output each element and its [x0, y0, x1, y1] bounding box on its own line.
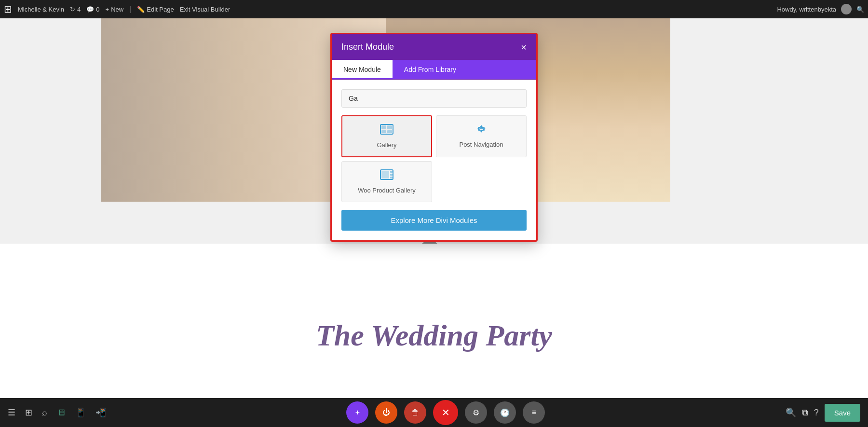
svg-rect-7 — [390, 171, 393, 173]
toolbar-right: 🔍 ⧉ ? Save — [786, 404, 860, 422]
svg-rect-4 — [387, 130, 392, 133]
dialog-header: Insert Module × — [332, 34, 536, 60]
svg-rect-6 — [381, 171, 389, 179]
settings-button[interactable]: ⚙ — [465, 401, 487, 424]
desktop-icon[interactable]: 🖥 — [57, 408, 66, 418]
exit-builder-link[interactable]: Exit Visual Builder — [180, 6, 231, 13]
post-navigation-label: Post Navigation — [459, 141, 503, 148]
updates-count[interactable]: ↻ 4 — [70, 6, 81, 13]
search-icon[interactable]: 🔍 — [856, 6, 864, 13]
edit-page-link[interactable]: ✏️ Edit Page — [137, 6, 174, 13]
svg-rect-2 — [387, 125, 392, 129]
search-right-icon[interactable]: 🔍 — [786, 407, 796, 418]
module-item-gallery[interactable]: Gallery — [341, 115, 432, 157]
admin-bar: ⊞ Michelle & Kevin ↻ 4 💬 0 + New | ✏️ Ed… — [0, 0, 868, 18]
delete-button[interactable]: 🗑 — [404, 401, 426, 424]
gallery-label: Gallery — [377, 141, 396, 149]
add-section-button[interactable]: + — [346, 401, 368, 424]
comments-count[interactable]: 💬 0 — [86, 6, 99, 13]
insert-module-dialog: Insert Module × New Module Add From Libr… — [330, 33, 538, 242]
howdy-text: Howdy, writtenbyekta — [777, 6, 836, 13]
dialog-overlay: Insert Module × New Module Add From Libr… — [0, 18, 868, 427]
module-item-woo-product-gallery[interactable]: Woo Product Gallery — [341, 161, 432, 202]
new-button[interactable]: + New — [106, 6, 124, 13]
modules-grid: Gallery Post Navigation — [341, 115, 527, 202]
mobile-icon[interactable]: 📲 — [95, 407, 106, 418]
dialog-close-button[interactable]: × — [521, 42, 527, 52]
toolbar-center: + ⏻ 🗑 ✕ ⚙ 🕐 ≡ — [106, 400, 786, 425]
tab-add-from-library[interactable]: Add From Library — [393, 60, 468, 79]
dialog-tabs: New Module Add From Library — [332, 60, 536, 80]
dialog-title: Insert Module — [341, 42, 394, 52]
woo-product-gallery-label: Woo Product Gallery — [358, 187, 416, 194]
save-button[interactable]: Save — [825, 404, 860, 422]
toolbar-left: ☰ ⊞ ⌕ 🖥 📱 📲 — [8, 407, 106, 418]
post-navigation-icon — [475, 124, 488, 137]
wp-logo-icon[interactable]: ⊞ — [4, 3, 12, 15]
tab-new-module[interactable]: New Module — [332, 60, 393, 79]
module-search-input[interactable] — [341, 89, 527, 108]
svg-rect-8 — [390, 174, 393, 176]
site-name[interactable]: Michelle & Kevin — [18, 6, 64, 13]
svg-rect-3 — [381, 130, 386, 133]
user-avatar[interactable] — [841, 4, 852, 14]
gallery-icon — [380, 124, 393, 138]
layers-icon[interactable]: ⧉ — [802, 408, 808, 418]
svg-rect-9 — [390, 177, 393, 179]
grid-icon[interactable]: ⊞ — [25, 407, 32, 418]
woo-product-gallery-icon — [380, 169, 393, 183]
module-item-post-navigation[interactable]: Post Navigation — [436, 115, 527, 157]
tablet-icon[interactable]: 📱 — [75, 407, 86, 418]
wireframe-button[interactable]: ≡ — [523, 401, 545, 424]
power-button[interactable]: ⏻ — [375, 401, 397, 424]
hamburger-icon[interactable]: ☰ — [8, 407, 15, 418]
bottom-toolbar: ☰ ⊞ ⌕ 🖥 📱 📲 + ⏻ 🗑 ✕ ⚙ 🕐 ≡ 🔍 ⧉ ? Save — [0, 398, 868, 427]
history-button[interactable]: 🕐 — [494, 401, 516, 424]
explore-modules-button[interactable]: Explore More Divi Modules — [341, 210, 527, 231]
close-builder-button[interactable]: ✕ — [433, 400, 458, 425]
svg-rect-1 — [381, 125, 386, 129]
search-toolbar-icon[interactable]: ⌕ — [42, 408, 47, 418]
help-icon[interactable]: ? — [814, 408, 819, 418]
dialog-body: Gallery Post Navigation — [332, 80, 536, 240]
